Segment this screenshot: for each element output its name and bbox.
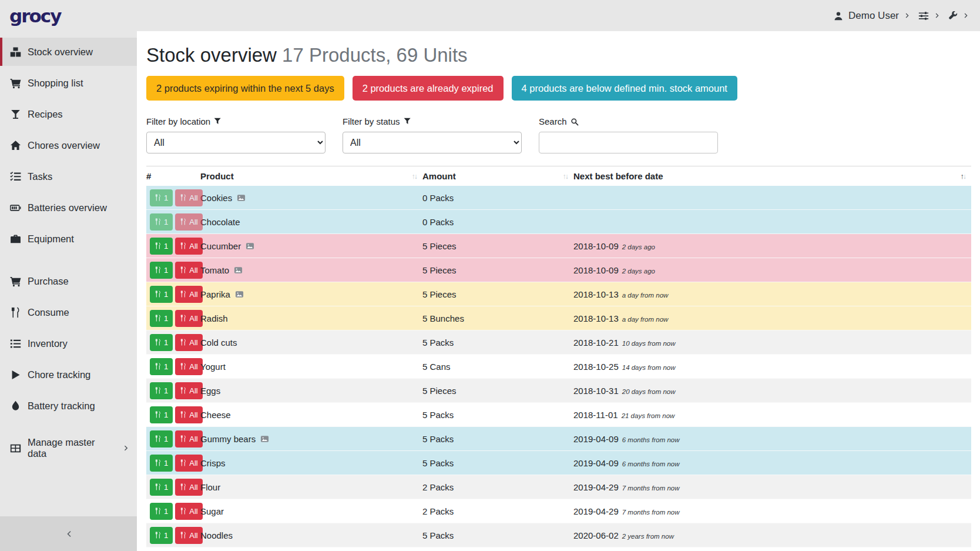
consume-one-label: 1	[164, 218, 168, 226]
sidebar-item-equipment[interactable]: Equipment	[0, 225, 137, 253]
sidebar-item-shopping-list[interactable]: Shopping list	[0, 69, 137, 97]
consume-all-button[interactable]: All	[175, 286, 202, 303]
expiring-alert[interactable]: 2 products expiring within the next 5 da…	[146, 76, 344, 101]
product-name[interactable]: Cookies	[200, 193, 232, 203]
consume-one-button[interactable]: 1	[150, 527, 173, 544]
user-menu[interactable]: Demo User	[834, 10, 911, 22]
sort-icon[interactable]: ↑↓	[412, 172, 417, 181]
utensils-icon	[155, 483, 162, 490]
expired-alert[interactable]: 2 products are already expired	[353, 76, 504, 101]
consume-all-button[interactable]: All	[175, 527, 202, 544]
consume-one-button[interactable]: 1	[150, 189, 173, 206]
product-image-icon[interactable]	[233, 266, 243, 275]
consume-all-label: All	[189, 290, 197, 299]
consume-all-button[interactable]: All	[175, 334, 202, 351]
product-name[interactable]: Chocolate	[200, 217, 240, 227]
app-logo[interactable]: grocy	[9, 5, 61, 26]
product-name[interactable]: Eggs	[200, 386, 220, 396]
product-name[interactable]: Flour	[200, 482, 220, 492]
consume-one-button[interactable]: 1	[150, 262, 173, 279]
sidebar-item-label: Shopping list	[28, 78, 83, 89]
product-name[interactable]: Cold cuts	[200, 338, 237, 348]
consume-all-button[interactable]: All	[175, 358, 202, 375]
consume-one-button[interactable]: 1	[150, 382, 173, 399]
consume-all-button[interactable]: All	[175, 238, 202, 255]
settings-menu[interactable]	[918, 11, 941, 21]
sidebar-item-stock-overview[interactable]: Stock overview	[0, 38, 137, 66]
table-row: 1 All Crisps 5 Packs 2019-04-09 6 months…	[146, 451, 971, 475]
product-name[interactable]: Cucumber	[200, 241, 241, 251]
sort-icon[interactable]: ↑↓	[961, 172, 966, 181]
consume-all-button[interactable]: All	[175, 430, 202, 448]
search-input[interactable]	[539, 132, 718, 153]
product-name[interactable]: Gummy bears	[200, 434, 256, 444]
location-filter-label: Filter by location	[146, 116, 325, 126]
chevron-right-icon	[934, 12, 941, 19]
consume-one-button[interactable]: 1	[150, 238, 173, 255]
consume-all-button[interactable]: All	[175, 262, 202, 279]
table-row: 1 All Sugar 2 Packs 2019-04-29 7 months …	[146, 499, 971, 523]
product-name[interactable]: Tomato	[200, 265, 229, 275]
consume-one-button[interactable]: 1	[150, 310, 173, 327]
consume-one-button[interactable]: 1	[150, 479, 173, 496]
sort-icon[interactable]: ↑↓	[563, 172, 568, 181]
relative-time: 2 days ago	[622, 268, 655, 275]
chevron-left-icon	[65, 530, 73, 538]
consume-all-button[interactable]: All	[175, 213, 202, 231]
consume-one-button[interactable]: 1	[150, 286, 173, 303]
sidebar-item-label: Tasks	[28, 171, 52, 182]
location-filter-select[interactable]: All	[146, 132, 325, 153]
product-name[interactable]: Crisps	[200, 458, 226, 468]
amount-cell: 5 Pieces	[422, 241, 573, 251]
consume-all-button[interactable]: All	[175, 503, 202, 520]
consume-one-button[interactable]: 1	[150, 503, 173, 520]
consume-all-button[interactable]: All	[175, 189, 202, 206]
sidebar-collapse-button[interactable]	[0, 516, 137, 551]
product-name[interactable]: Paprika	[200, 289, 230, 299]
consume-all-label: All	[189, 483, 197, 492]
sidebar-item-chores-overview[interactable]: Chores overview	[0, 131, 137, 159]
martini-icon	[10, 109, 21, 120]
below-min-stock-alert[interactable]: 4 products are below defined min. stock …	[512, 76, 737, 101]
sidebar-item-inventory[interactable]: Inventory	[0, 329, 137, 358]
sidebar-item-consume[interactable]: Consume	[0, 298, 137, 326]
consume-one-button[interactable]: 1	[150, 455, 173, 472]
admin-menu[interactable]	[948, 11, 969, 21]
sidebar-item-label: Chores overview	[28, 140, 100, 151]
utensils-icon	[155, 507, 162, 515]
sidebar-item-manage-master-data[interactable]: Manage master data	[0, 434, 137, 462]
column-header-product[interactable]: Product ↑↓	[200, 171, 422, 181]
sidebar-nav: Stock overview Shopping list Recipes Cho…	[0, 31, 137, 462]
product-name[interactable]: Cheese	[200, 410, 231, 420]
product-name[interactable]: Yogurt	[200, 362, 226, 372]
consume-one-button[interactable]: 1	[150, 334, 173, 351]
consume-one-button[interactable]: 1	[150, 213, 173, 231]
product-image-icon[interactable]	[234, 290, 244, 299]
product-image-icon[interactable]	[236, 193, 246, 202]
product-image-icon[interactable]	[245, 242, 255, 251]
product-image-icon[interactable]	[260, 435, 270, 443]
consume-all-button[interactable]: All	[175, 310, 202, 327]
product-cell: Noodles	[200, 530, 422, 540]
sidebar-item-batteries-overview[interactable]: Batteries overview	[0, 193, 137, 222]
sidebar-item-purchase[interactable]: Purchase	[0, 267, 137, 295]
sidebar-item-chore-tracking[interactable]: Chore tracking	[0, 360, 137, 389]
consume-all-button[interactable]: All	[175, 382, 202, 399]
status-filter-select[interactable]: All	[343, 132, 522, 153]
consume-one-button[interactable]: 1	[150, 358, 173, 375]
sidebar-item-battery-tracking[interactable]: Battery tracking	[0, 392, 137, 420]
product-name[interactable]: Radish	[200, 313, 228, 323]
consume-one-button[interactable]: 1	[150, 406, 173, 423]
column-header-amount[interactable]: Amount ↑↓	[422, 171, 573, 181]
column-header-next-best-before-date[interactable]: Next best before date ↑↓	[573, 171, 971, 181]
consume-all-button[interactable]: All	[175, 455, 202, 472]
consume-one-label: 1	[164, 314, 168, 323]
consume-all-button[interactable]: All	[175, 406, 202, 423]
sidebar-item-recipes[interactable]: Recipes	[0, 100, 137, 128]
product-name[interactable]: Sugar	[200, 506, 224, 516]
product-name[interactable]: Noodles	[200, 530, 233, 540]
consume-all-button[interactable]: All	[175, 479, 202, 496]
column-header-label: Amount	[422, 171, 456, 181]
sidebar-item-tasks[interactable]: Tasks	[0, 162, 137, 191]
consume-one-button[interactable]: 1	[150, 430, 173, 448]
